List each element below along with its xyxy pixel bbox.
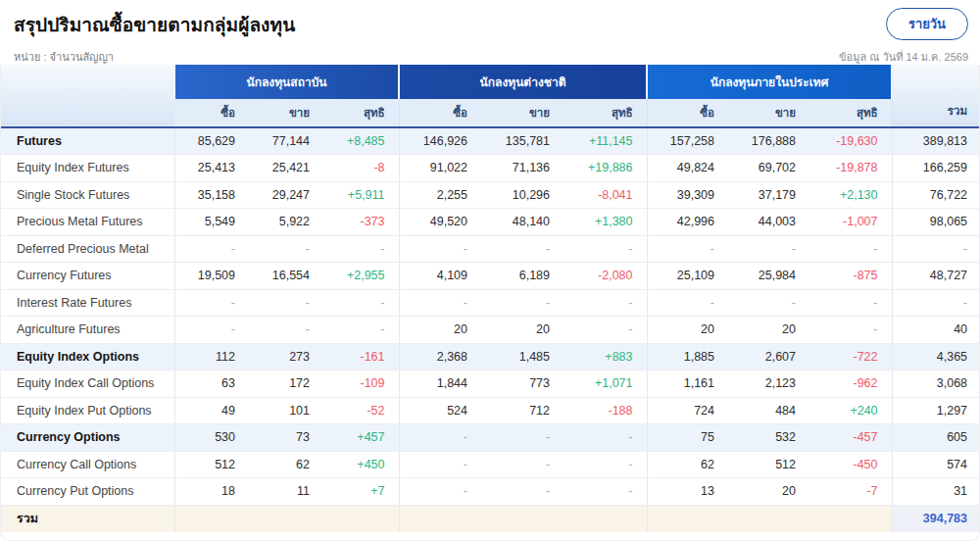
cell-value: 724 bbox=[647, 397, 728, 424]
cell-value: - bbox=[481, 235, 564, 263]
cell-value: -373 bbox=[323, 209, 399, 236]
cell-value: 5,549 bbox=[174, 209, 249, 236]
cell-value: -19,878 bbox=[809, 155, 892, 182]
group-header-foreign: นักลงทุนต่างชาติ bbox=[399, 65, 647, 99]
table-row: Equity Index Futures25,41325,421-891,022… bbox=[1, 155, 980, 182]
cell-value: 73 bbox=[249, 424, 323, 452]
cell-value: 11 bbox=[249, 478, 323, 506]
cell-value: 91,022 bbox=[399, 155, 481, 182]
cell-value: 157,258 bbox=[647, 127, 728, 155]
cell-value: 712 bbox=[481, 397, 564, 424]
row-label: Currency Options bbox=[1, 424, 174, 452]
table-row: Equity Index Put Options49101-52524712-1… bbox=[1, 397, 980, 424]
row-total-value: 605 bbox=[892, 424, 980, 452]
table-row: Deferred Precious Metal---------- bbox=[1, 235, 980, 263]
cell-value: 524 bbox=[399, 397, 481, 424]
row-label: Single Stock Futures bbox=[1, 181, 174, 209]
cell-value: 63 bbox=[174, 370, 249, 398]
cell-value: - bbox=[399, 451, 481, 478]
cell-value: - bbox=[481, 451, 564, 478]
table-body: Futures85,62977,144+8,485146,926135,781+… bbox=[1, 127, 980, 532]
cell-value: 49 bbox=[174, 397, 249, 424]
row-label: Currency Call Options bbox=[1, 451, 174, 478]
row-total-value: - bbox=[892, 235, 980, 263]
cell-value: 172 bbox=[249, 370, 323, 398]
cell-value: - bbox=[647, 289, 728, 317]
cell-value: 5,922 bbox=[249, 209, 323, 236]
investor-summary-table: นักลงทุนสถาบัน นักลงทุนต่างชาติ นักลงทุน… bbox=[1, 65, 980, 532]
corner-header-cell bbox=[1, 65, 174, 127]
cell-value: +1,380 bbox=[564, 209, 647, 236]
cell-value: -161 bbox=[323, 343, 399, 370]
cell-value: - bbox=[323, 289, 399, 317]
row-total-value: 389,813 bbox=[892, 127, 980, 155]
cell-value: 530 bbox=[174, 424, 249, 452]
cell-value: -188 bbox=[564, 397, 647, 424]
cell-value: -722 bbox=[809, 343, 892, 370]
column-header-buy: ซื้อ bbox=[174, 99, 249, 127]
column-header-sell: ขาย bbox=[728, 99, 809, 127]
cell-value: - bbox=[809, 235, 892, 263]
cell-value: +2,955 bbox=[323, 263, 399, 290]
cell-value: - bbox=[728, 235, 809, 263]
cell-value: - bbox=[249, 289, 323, 317]
row-total-value: 574 bbox=[892, 451, 980, 478]
cell-value: - bbox=[809, 317, 892, 344]
cell-value: - bbox=[728, 289, 809, 317]
cell-value: +2,130 bbox=[809, 181, 892, 209]
cell-value: 13 bbox=[647, 478, 728, 506]
cell-value: - bbox=[481, 424, 564, 452]
cell-value: - bbox=[399, 424, 481, 452]
cell-value: -109 bbox=[323, 370, 399, 398]
cell-value: 62 bbox=[647, 451, 728, 478]
cell-value: - bbox=[481, 289, 564, 317]
cell-value: 71,136 bbox=[481, 155, 564, 182]
cell-value: 2,368 bbox=[399, 343, 481, 370]
cell-value: 4,109 bbox=[399, 263, 481, 290]
table-row: Futures85,62977,144+8,485146,926135,781+… bbox=[1, 127, 980, 155]
cell-value: - bbox=[174, 289, 249, 317]
table-row: Currency Put Options1811+7---1320-731 bbox=[1, 478, 980, 506]
cell-value: 25,421 bbox=[249, 155, 323, 182]
cell-value: 484 bbox=[728, 397, 809, 424]
cell-value: 25,109 bbox=[647, 263, 728, 290]
row-total-value: 4,365 bbox=[892, 343, 980, 370]
cell-value: 77,144 bbox=[249, 127, 323, 155]
table-row: Equity Index Options112273-1612,3681,485… bbox=[1, 343, 980, 370]
row-label: Equity Index Put Options bbox=[1, 397, 174, 424]
cell-value: - bbox=[564, 317, 647, 344]
cell-value: 273 bbox=[249, 343, 323, 370]
cell-value: 75 bbox=[647, 424, 728, 452]
cell-value: 2,123 bbox=[728, 370, 809, 398]
cell-value bbox=[174, 505, 249, 532]
topbar: สรุปปริมาณซื้อขายตามกลุ่มผู้ลงทุน หน่วย … bbox=[0, 0, 980, 65]
row-total-value: 76,722 bbox=[892, 181, 980, 209]
cell-value bbox=[399, 505, 481, 532]
cell-value: +240 bbox=[809, 397, 892, 424]
cell-value: 69,702 bbox=[728, 155, 809, 182]
cell-value: 176,888 bbox=[728, 127, 809, 155]
cell-value: 146,926 bbox=[399, 127, 481, 155]
cell-value: -19,630 bbox=[809, 127, 892, 155]
cell-value: - bbox=[564, 478, 647, 506]
cell-value: 49,520 bbox=[399, 209, 481, 236]
as-of-date: ข้อมูล ณ วันที่ 14 ม.ค. 2569 bbox=[839, 48, 968, 66]
cell-value: 85,629 bbox=[174, 127, 249, 155]
table-row: Agriculture Futures---2020-2020-40 bbox=[1, 317, 980, 344]
cell-value: -52 bbox=[323, 397, 399, 424]
cell-value: - bbox=[174, 317, 249, 344]
cell-value: +11,145 bbox=[564, 127, 647, 155]
daily-period-button[interactable]: รายวัน bbox=[886, 8, 968, 40]
column-header-sell: ขาย bbox=[249, 99, 323, 127]
column-header-buy: ซื้อ bbox=[399, 99, 481, 127]
cell-value: 48,140 bbox=[481, 209, 564, 236]
column-header-net: สุทธิ bbox=[323, 99, 399, 127]
cell-value: 512 bbox=[174, 451, 249, 478]
row-label: Agriculture Futures bbox=[1, 317, 174, 344]
cell-value: 20 bbox=[399, 317, 481, 344]
cell-value: 29,247 bbox=[249, 181, 323, 209]
cell-value: 62 bbox=[249, 451, 323, 478]
group-header-domestic: นักลงทุนภายในประเทศ bbox=[647, 65, 892, 99]
cell-value: 1,844 bbox=[399, 370, 481, 398]
cell-value: 512 bbox=[728, 451, 809, 478]
